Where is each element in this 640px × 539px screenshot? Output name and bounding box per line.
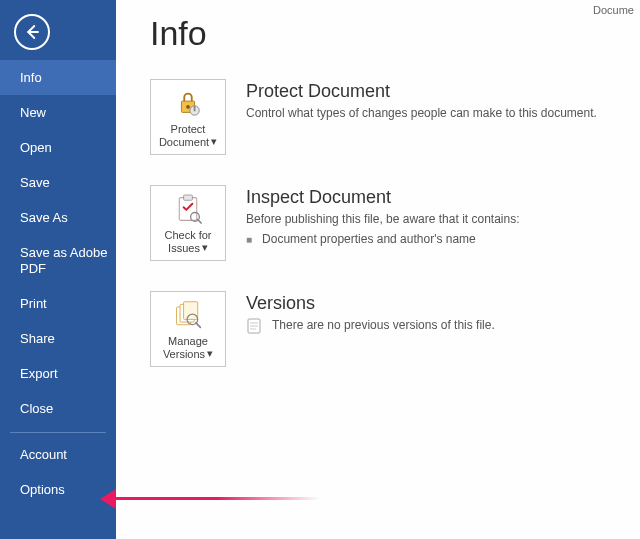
lock-icon xyxy=(173,87,203,119)
nav-item-close[interactable]: Close xyxy=(0,391,116,426)
svg-rect-4 xyxy=(194,106,196,112)
back-arrow-icon xyxy=(23,23,41,41)
nav-item-save[interactable]: Save xyxy=(0,165,116,200)
inspect-bullet-text: Document properties and author's name xyxy=(262,232,476,246)
page-title: Info xyxy=(150,14,622,53)
nav-divider xyxy=(10,432,106,433)
manage-versions-button[interactable]: Manage Versions▾ xyxy=(150,291,226,367)
nav-item-new[interactable]: New xyxy=(0,95,116,130)
protect-tile-label-1: Protect xyxy=(171,123,206,135)
inspect-text: Before publishing this file, be aware th… xyxy=(246,212,622,226)
inspect-tile-label-2: Issues xyxy=(168,242,200,254)
versions-heading: Versions xyxy=(246,293,622,314)
check-for-issues-button[interactable]: Check for Issues▾ xyxy=(150,185,226,261)
backstage-sidebar: Info New Open Save Save As Save as Adobe… xyxy=(0,0,116,539)
protect-text: Control what types of changes people can… xyxy=(246,106,622,120)
inspect-heading: Inspect Document xyxy=(246,187,622,208)
main-panel: Docume Info Protect Document▾ xyxy=(116,0,640,539)
nav-item-open[interactable]: Open xyxy=(0,130,116,165)
versions-row: There are no previous versions of this f… xyxy=(246,318,622,334)
inspect-bullet-row: ■ Document properties and author's name xyxy=(246,232,622,246)
nav-item-info[interactable]: Info xyxy=(0,60,116,95)
chevron-down-icon: ▾ xyxy=(207,347,213,360)
versions-text: There are no previous versions of this f… xyxy=(272,318,495,332)
clipboard-check-icon xyxy=(174,193,202,225)
section-versions: Manage Versions▾ Versions There xyxy=(150,291,622,367)
window-title-fragment: Docume xyxy=(593,4,634,16)
document-stack-icon xyxy=(173,299,203,331)
svg-point-2 xyxy=(186,105,190,109)
svg-line-8 xyxy=(198,220,202,224)
nav-item-share[interactable]: Share xyxy=(0,321,116,356)
document-icon xyxy=(246,318,262,334)
section-protect: Protect Document▾ Protect Document Contr… xyxy=(150,79,622,155)
square-bullet-icon: ■ xyxy=(246,234,252,245)
nav-item-save-as-adobe-pdf[interactable]: Save as Adobe PDF xyxy=(0,235,116,286)
chevron-down-icon: ▾ xyxy=(202,241,208,254)
protect-tile-label-2: Document xyxy=(159,136,209,148)
section-inspect: Check for Issues▾ Inspect Document Befor… xyxy=(150,185,622,261)
versions-tile-label-1: Manage xyxy=(168,335,208,347)
protect-heading: Protect Document xyxy=(246,81,622,102)
nav-item-account[interactable]: Account xyxy=(0,437,116,472)
svg-line-13 xyxy=(196,323,200,327)
back-button[interactable] xyxy=(14,14,50,50)
svg-rect-6 xyxy=(184,195,193,200)
protect-document-button[interactable]: Protect Document▾ xyxy=(150,79,226,155)
inspect-tile-label-1: Check for xyxy=(164,229,211,241)
nav-item-save-as[interactable]: Save As xyxy=(0,200,116,235)
nav-item-options[interactable]: Options xyxy=(0,472,116,507)
nav-item-export[interactable]: Export xyxy=(0,356,116,391)
chevron-down-icon: ▾ xyxy=(211,135,217,148)
svg-rect-11 xyxy=(184,302,198,320)
versions-tile-label-2: Versions xyxy=(163,348,205,360)
nav-item-print[interactable]: Print xyxy=(0,286,116,321)
nav-list: Info New Open Save Save As Save as Adobe… xyxy=(0,60,116,507)
